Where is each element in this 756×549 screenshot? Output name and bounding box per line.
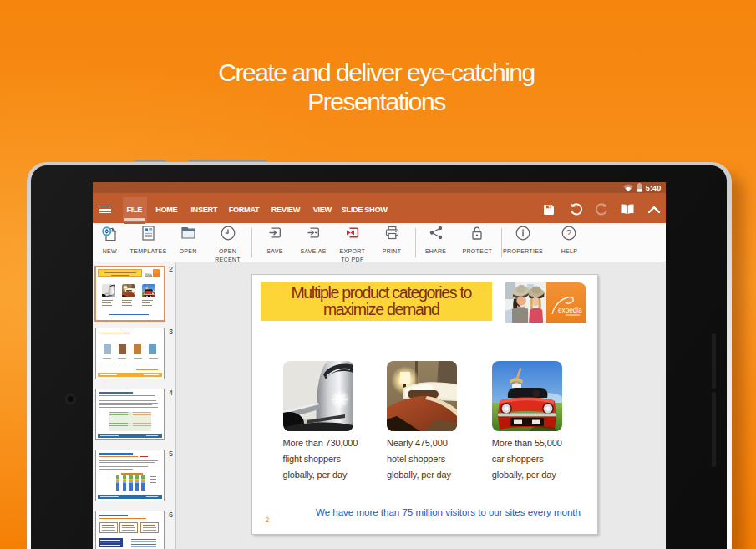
svg-text:expedia: expedia bbox=[558, 307, 582, 314]
svg-text:?: ? bbox=[566, 227, 571, 237]
